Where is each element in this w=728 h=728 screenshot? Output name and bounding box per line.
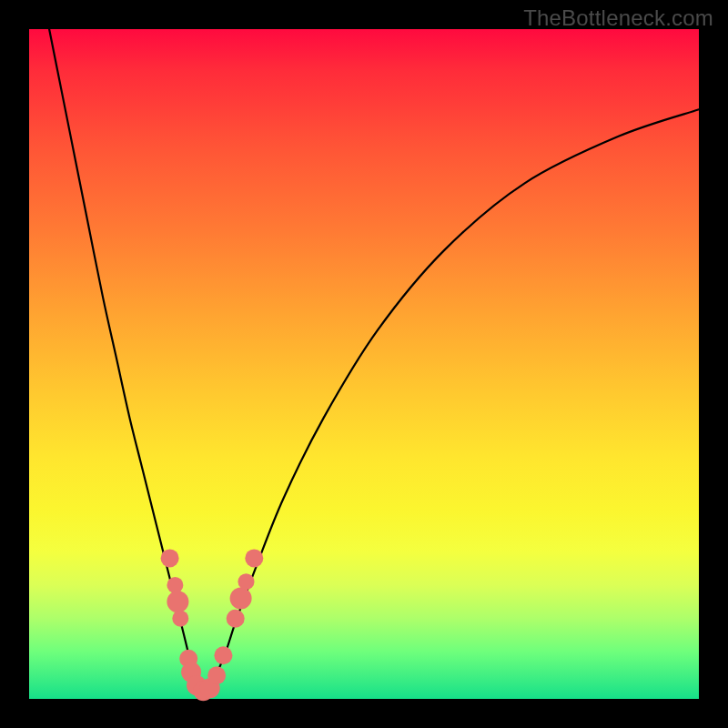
highlight-markers — [161, 549, 264, 701]
highlight-dot — [238, 573, 255, 590]
plot-area — [29, 29, 699, 699]
highlight-dot — [167, 577, 183, 593]
highlight-dot — [167, 591, 188, 612]
outer-frame: TheBottleneck.com — [0, 0, 728, 728]
watermark-text: TheBottleneck.com — [523, 5, 713, 31]
chart-svg — [29, 29, 699, 699]
highlight-dot — [214, 646, 232, 664]
highlight-dot — [207, 666, 226, 684]
highlight-dot — [172, 611, 188, 627]
highlight-dot — [161, 549, 179, 567]
bottleneck-curve-path — [49, 29, 699, 693]
highlight-dot — [245, 549, 263, 567]
highlight-dot — [227, 610, 245, 628]
highlight-dot — [230, 588, 252, 610]
